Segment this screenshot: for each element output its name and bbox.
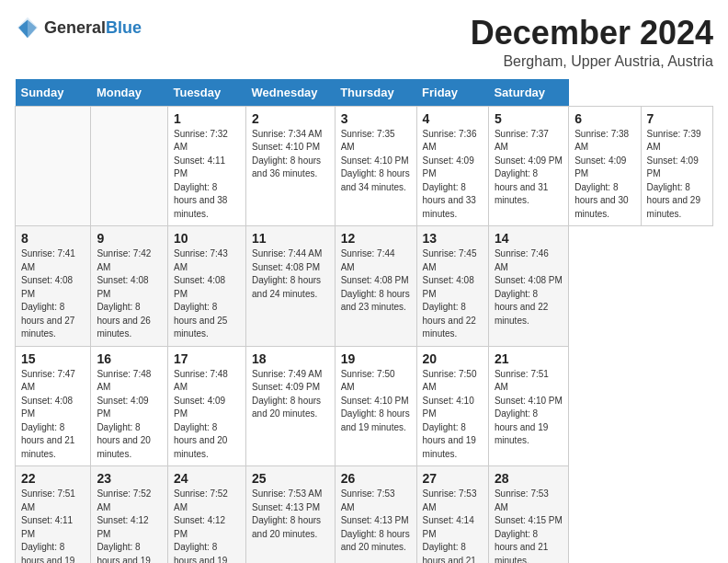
day-number: 9 <box>97 231 162 246</box>
calendar-cell: 11Sunrise: 7:44 AMSunset: 4:08 PMDayligh… <box>246 226 336 347</box>
weekday-header-row: SundayMondayTuesdayWednesdayThursdayFrid… <box>16 79 713 107</box>
title-block: December 2024 Bergham, Upper Austria, Au… <box>471 15 713 70</box>
day-number: 5 <box>495 111 563 126</box>
day-info: Sunrise: 7:51 AMSunset: 4:10 PMDaylight:… <box>495 369 563 446</box>
day-info: Sunrise: 7:52 AMSunset: 4:12 PMDaylight:… <box>174 488 228 563</box>
calendar-cell <box>91 106 168 226</box>
month-title: December 2024 <box>471 15 713 52</box>
calendar-week-row: 1Sunrise: 7:32 AMSunset: 4:11 PMDaylight… <box>16 106 713 226</box>
calendar-cell: 26Sunrise: 7:53 AMSunset: 4:13 PMDayligh… <box>335 466 416 563</box>
day-info: Sunrise: 7:51 AMSunset: 4:11 PMDaylight:… <box>21 488 75 563</box>
weekday-header-monday: Monday <box>91 79 168 107</box>
calendar-cell: 25Sunrise: 7:53 AMSunset: 4:13 PMDayligh… <box>246 466 336 563</box>
calendar-cell: 27Sunrise: 7:53 AMSunset: 4:14 PMDayligh… <box>416 466 488 563</box>
weekday-header-tuesday: Tuesday <box>167 79 245 107</box>
day-info: Sunrise: 7:32 AMSunset: 4:11 PMDaylight:… <box>174 129 228 219</box>
logo-blue: Blue <box>106 18 142 37</box>
calendar-cell: 24Sunrise: 7:52 AMSunset: 4:12 PMDayligh… <box>167 466 245 563</box>
day-info: Sunrise: 7:43 AMSunset: 4:08 PMDaylight:… <box>174 248 228 339</box>
logo-icon <box>15 15 40 40</box>
day-number: 23 <box>97 471 162 486</box>
day-info: Sunrise: 7:42 AMSunset: 4:08 PMDaylight:… <box>97 248 151 339</box>
day-info: Sunrise: 7:52 AMSunset: 4:12 PMDaylight:… <box>97 488 151 563</box>
day-number: 24 <box>174 471 240 486</box>
calendar-cell: 6Sunrise: 7:38 AMSunset: 4:09 PMDaylight… <box>569 106 641 226</box>
weekday-header-thursday: Thursday <box>335 79 416 107</box>
calendar-table: SundayMondayTuesdayWednesdayThursdayFrid… <box>15 79 713 563</box>
calendar-cell: 4Sunrise: 7:36 AMSunset: 4:09 PMDaylight… <box>416 106 488 226</box>
day-info: Sunrise: 7:35 AMSunset: 4:10 PMDaylight:… <box>341 129 410 192</box>
day-number: 26 <box>341 471 411 486</box>
weekday-header-sunday: Sunday <box>16 79 91 107</box>
calendar-cell: 1Sunrise: 7:32 AMSunset: 4:11 PMDaylight… <box>167 106 245 226</box>
location-title: Bergham, Upper Austria, Austria <box>471 53 713 70</box>
day-number: 27 <box>423 471 483 486</box>
day-info: Sunrise: 7:41 AMSunset: 4:08 PMDaylight:… <box>21 248 75 339</box>
day-number: 18 <box>252 351 329 366</box>
day-info: Sunrise: 7:34 AMSunset: 4:10 PMDaylight:… <box>252 129 322 179</box>
day-info: Sunrise: 7:53 AMSunset: 4:13 PMDaylight:… <box>252 488 322 539</box>
day-info: Sunrise: 7:37 AMSunset: 4:09 PMDaylight:… <box>495 129 563 206</box>
logo-general: General <box>44 18 106 37</box>
day-number: 7 <box>647 111 707 126</box>
day-number: 3 <box>341 111 411 126</box>
day-info: Sunrise: 7:45 AMSunset: 4:08 PMDaylight:… <box>423 248 477 339</box>
calendar-week-row: 8Sunrise: 7:41 AMSunset: 4:08 PMDaylight… <box>16 226 713 347</box>
day-info: Sunrise: 7:53 AMSunset: 4:15 PMDaylight:… <box>495 488 563 563</box>
day-info: Sunrise: 7:50 AMSunset: 4:10 PMDaylight:… <box>341 369 410 432</box>
calendar-cell: 9Sunrise: 7:42 AMSunset: 4:08 PMDaylight… <box>91 226 168 347</box>
day-info: Sunrise: 7:44 AMSunset: 4:08 PMDaylight:… <box>252 248 322 299</box>
day-info: Sunrise: 7:53 AMSunset: 4:13 PMDaylight:… <box>341 488 410 552</box>
calendar-cell: 21Sunrise: 7:51 AMSunset: 4:10 PMDayligh… <box>488 346 568 466</box>
weekday-header-saturday: Saturday <box>488 79 568 107</box>
day-number: 19 <box>341 351 411 366</box>
day-number: 2 <box>252 111 329 126</box>
day-number: 25 <box>252 471 329 486</box>
day-number: 8 <box>21 231 85 246</box>
weekday-header-wednesday: Wednesday <box>246 79 336 107</box>
calendar-cell: 10Sunrise: 7:43 AMSunset: 4:08 PMDayligh… <box>167 226 245 347</box>
calendar-cell: 18Sunrise: 7:49 AMSunset: 4:09 PMDayligh… <box>246 346 336 466</box>
day-info: Sunrise: 7:47 AMSunset: 4:08 PMDaylight:… <box>21 369 75 459</box>
calendar-cell: 20Sunrise: 7:50 AMSunset: 4:10 PMDayligh… <box>416 346 488 466</box>
day-number: 11 <box>252 231 329 246</box>
day-number: 20 <box>423 351 483 366</box>
day-number: 1 <box>174 111 240 126</box>
day-number: 10 <box>174 231 240 246</box>
calendar-cell: 5Sunrise: 7:37 AMSunset: 4:09 PMDaylight… <box>488 106 568 226</box>
calendar-cell: 15Sunrise: 7:47 AMSunset: 4:08 PMDayligh… <box>16 346 91 466</box>
calendar-cell: 28Sunrise: 7:53 AMSunset: 4:15 PMDayligh… <box>488 466 568 563</box>
calendar-cell: 14Sunrise: 7:46 AMSunset: 4:08 PMDayligh… <box>488 226 568 347</box>
calendar-cell: 3Sunrise: 7:35 AMSunset: 4:10 PMDaylight… <box>335 106 416 226</box>
day-info: Sunrise: 7:39 AMSunset: 4:09 PMDaylight:… <box>647 129 701 219</box>
day-number: 14 <box>495 231 563 246</box>
day-number: 16 <box>97 351 162 366</box>
day-info: Sunrise: 7:44 AMSunset: 4:08 PMDaylight:… <box>341 248 410 312</box>
day-info: Sunrise: 7:36 AMSunset: 4:09 PMDaylight:… <box>423 129 477 219</box>
calendar-week-row: 22Sunrise: 7:51 AMSunset: 4:11 PMDayligh… <box>16 466 713 563</box>
page-header: GeneralBlue December 2024 Bergham, Upper… <box>15 15 713 70</box>
calendar-cell: 13Sunrise: 7:45 AMSunset: 4:08 PMDayligh… <box>416 226 488 347</box>
day-info: Sunrise: 7:48 AMSunset: 4:09 PMDaylight:… <box>97 369 151 459</box>
day-number: 28 <box>495 471 563 486</box>
logo-text: GeneralBlue <box>44 18 142 38</box>
day-number: 13 <box>423 231 483 246</box>
day-info: Sunrise: 7:49 AMSunset: 4:09 PMDaylight:… <box>252 369 322 419</box>
day-info: Sunrise: 7:48 AMSunset: 4:09 PMDaylight:… <box>174 369 228 459</box>
day-number: 17 <box>174 351 240 366</box>
day-number: 21 <box>495 351 563 366</box>
day-number: 22 <box>21 471 85 486</box>
calendar-cell: 2Sunrise: 7:34 AMSunset: 4:10 PMDaylight… <box>246 106 336 226</box>
day-number: 4 <box>423 111 483 126</box>
calendar-cell: 7Sunrise: 7:39 AMSunset: 4:09 PMDaylight… <box>641 106 712 226</box>
calendar-cell: 23Sunrise: 7:52 AMSunset: 4:12 PMDayligh… <box>91 466 168 563</box>
calendar-cell: 8Sunrise: 7:41 AMSunset: 4:08 PMDaylight… <box>16 226 91 347</box>
calendar-cell: 19Sunrise: 7:50 AMSunset: 4:10 PMDayligh… <box>335 346 416 466</box>
day-info: Sunrise: 7:38 AMSunset: 4:09 PMDaylight:… <box>574 129 629 219</box>
calendar-cell: 22Sunrise: 7:51 AMSunset: 4:11 PMDayligh… <box>16 466 91 563</box>
weekday-header-friday: Friday <box>416 79 488 107</box>
day-number: 6 <box>574 111 634 126</box>
calendar-week-row: 15Sunrise: 7:47 AMSunset: 4:08 PMDayligh… <box>16 346 713 466</box>
day-info: Sunrise: 7:50 AMSunset: 4:10 PMDaylight:… <box>423 369 477 459</box>
calendar-cell: 16Sunrise: 7:48 AMSunset: 4:09 PMDayligh… <box>91 346 168 466</box>
